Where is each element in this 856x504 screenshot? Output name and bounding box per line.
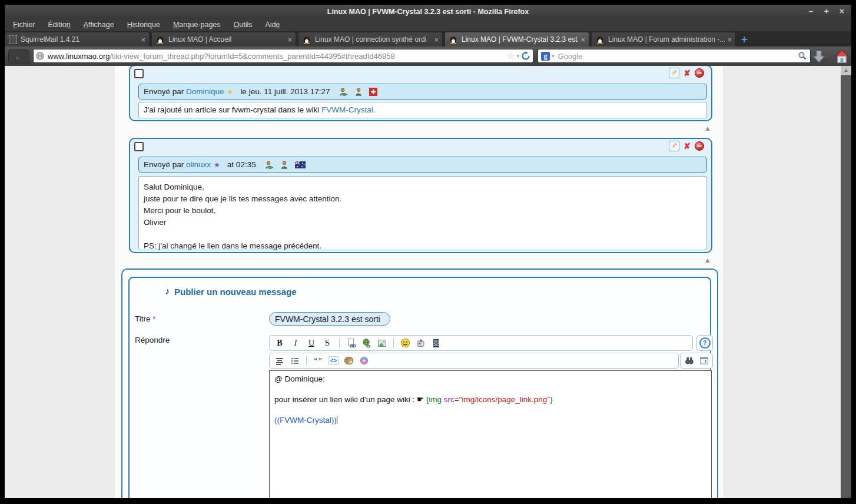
minimize-button[interactable]: – (809, 5, 814, 18)
search-magnifier-icon[interactable] (798, 51, 807, 61)
external-link-icon[interactable] (361, 338, 371, 348)
url-dropdown-icon[interactable]: ▾ (516, 53, 519, 59)
globe-favicon (36, 52, 44, 60)
gold-star-icon: ★ (227, 88, 234, 96)
user-icon[interactable] (354, 87, 363, 97)
vertical-scrollbar[interactable]: ▲ (841, 66, 851, 498)
reload-icon[interactable] (521, 51, 530, 61)
video-icon[interactable] (431, 338, 441, 348)
toolbar-separator (339, 338, 340, 348)
color-palette-icon[interactable] (344, 356, 354, 366)
find-icon[interactable] (684, 356, 694, 366)
swiss-flag-icon (369, 88, 377, 96)
strikethrough-button[interactable]: S (322, 339, 333, 348)
menu-marque-pages[interactable]: Marque-pages (173, 21, 221, 29)
underline-button[interactable]: U (306, 339, 317, 348)
google-logo-icon[interactable]: g (541, 52, 550, 61)
menu-outils[interactable]: Outils (234, 21, 253, 29)
home-icon[interactable] (835, 49, 849, 63)
tab-close-icon[interactable]: × (727, 35, 732, 44)
tab-linuxmao-forum-administration[interactable]: Linux MAO | Forum administration -... × (591, 32, 736, 47)
collapse-post-icon[interactable]: ▲ (704, 124, 711, 132)
collapse-post-icon[interactable]: ▲ (704, 256, 711, 264)
search-input[interactable]: Google (558, 52, 798, 61)
user-icon[interactable] (280, 160, 289, 170)
browser-viewport: ✎ ✘ Envoyé par Dominique ★ le jeu. 11 ju… (5, 66, 851, 498)
toolbar-separator (393, 338, 394, 348)
download-arrow-icon[interactable] (812, 51, 825, 62)
tab-linuxmao-connection-synthe[interactable]: Linux MAO | connection synthé ordi × (298, 32, 443, 47)
italic-button[interactable]: I (290, 339, 301, 348)
edit-post-icon[interactable]: ✎ (669, 68, 679, 78)
wiki-page-link[interactable]: FVWM-Crystal (321, 105, 373, 114)
reply-form: ♪ Publier un nouveau message Titre * Rép… (128, 277, 711, 498)
author-link[interactable]: Dominique (186, 87, 224, 96)
tux-penguin-icon (155, 35, 165, 44)
tab-close-icon[interactable]: × (434, 35, 439, 44)
tab-squirrelmail[interactable]: SquirrelMail 1.4.21 × (5, 32, 150, 47)
post-date: at 02:35 (227, 160, 256, 169)
menu-fichier[interactable]: Fichier (13, 21, 35, 29)
wiki-link-icon[interactable] (346, 338, 356, 348)
tab-close-icon[interactable]: × (287, 35, 292, 44)
tab-linuxmao-fvwm-crystal-active[interactable]: Linux MAO | FVWM-Crystal 3.2.3 est... × (444, 32, 589, 47)
bold-button[interactable]: B (274, 339, 285, 348)
list-icon[interactable] (290, 356, 300, 366)
post-checkbox[interactable] (134, 142, 144, 151)
post-header: Envoyé par olinuxx ★ at 02:35 (138, 157, 707, 173)
text-cursor (337, 416, 337, 424)
special-char-icon[interactable] (416, 338, 426, 348)
forum-post-olinuxx: ✎ ✘ Envoyé par olinuxx ★ at 02:35 Salut … (129, 138, 712, 253)
post-checkbox[interactable] (134, 69, 144, 78)
title-input[interactable] (269, 312, 390, 326)
search-bar[interactable]: g ▾ Google (538, 49, 811, 63)
editor-toolbar-row2: “” <> (269, 353, 679, 369)
edit-post-icon[interactable]: ✎ (669, 141, 679, 151)
scrollbar-thumb[interactable] (841, 75, 851, 498)
quote-icon[interactable]: “” (313, 356, 323, 366)
tux-penguin-icon (302, 35, 311, 44)
tux-penguin-icon (449, 35, 458, 44)
menubar: Fichier Édition Affichage Historique Mar… (5, 18, 851, 31)
australia-flag-icon (295, 161, 306, 168)
tab-close-icon[interactable]: × (141, 35, 145, 44)
fullscreen-icon[interactable] (699, 356, 709, 366)
remove-post-icon[interactable] (695, 141, 704, 151)
delete-post-icon[interactable]: ✘ (684, 141, 691, 151)
maximize-button[interactable]: + (824, 5, 829, 18)
author-link[interactable]: olinuxx (186, 160, 211, 169)
tab-linuxmao-accueil[interactable]: Linux MAO | Accueil × (151, 32, 296, 47)
url-text[interactable]: www.linuxmao.org/tiki-view_forum_thread.… (48, 52, 507, 61)
align-icon[interactable] (274, 356, 284, 366)
music-note-icon: ♪ (165, 286, 170, 297)
scroll-up-arrow[interactable]: ▲ (841, 67, 851, 73)
menu-affichage[interactable]: Affichage (84, 21, 114, 29)
menu-edition[interactable]: Édition (48, 21, 71, 29)
user-info-icon[interactable] (264, 160, 274, 170)
user-info-icon[interactable] (339, 87, 348, 97)
tabbar: SquirrelMail 1.4.21 × Linux MAO | Accuei… (5, 31, 851, 47)
close-button[interactable]: × (840, 5, 844, 18)
editor-line1: @ Dominique: (274, 374, 325, 383)
title-label: Titre * (135, 314, 156, 323)
url-bar[interactable]: www.linuxmao.org/tiki-view_forum_thread.… (33, 49, 533, 63)
remove-post-icon[interactable] (695, 68, 704, 78)
bookmark-star-icon[interactable]: ☆ (507, 51, 515, 61)
required-asterisk: * (152, 314, 155, 323)
image-icon[interactable] (377, 338, 387, 348)
code-icon[interactable]: <> (329, 356, 339, 366)
plugin-sphere-icon[interactable] (359, 356, 369, 366)
new-tab-button[interactable]: + (741, 32, 748, 47)
form-heading: ♪ Publier un nouveau message (165, 286, 297, 297)
smiley-icon[interactable] (400, 338, 410, 348)
delete-post-icon[interactable]: ✘ (684, 68, 691, 78)
message-editor[interactable]: @ Dominique: pour insérer un lien wiki d… (269, 370, 712, 498)
back-button[interactable]: ← (8, 49, 29, 64)
form-heading-text: Publier un nouveau message (174, 287, 297, 297)
menu-historique[interactable]: Historique (127, 21, 160, 29)
search-engine-dropdown-icon[interactable]: ▾ (552, 53, 555, 59)
tab-close-icon[interactable]: × (580, 35, 585, 44)
menu-aide[interactable]: Aide (266, 21, 280, 29)
help-icon[interactable]: ? (699, 337, 711, 349)
post-header: Envoyé par Dominique ★ le jeu. 11 juill.… (138, 84, 707, 100)
